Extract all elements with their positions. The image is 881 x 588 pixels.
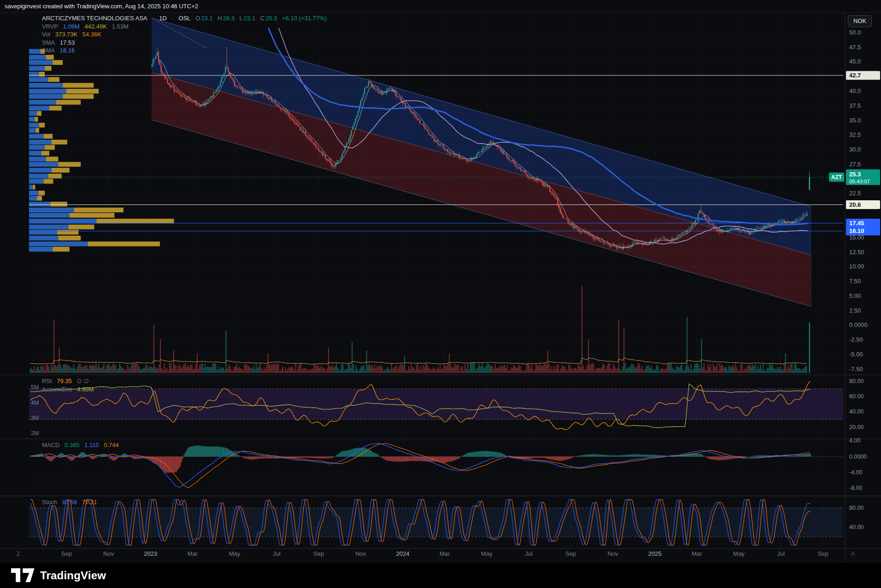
svg-text:05:43:07: 05:43:07 — [849, 179, 870, 184]
svg-text:Sep: Sep — [61, 550, 72, 557]
svg-text:AZT: AZT — [831, 174, 842, 180]
attribution-text: savepiginvest created with TradingView.c… — [5, 3, 198, 10]
svg-text:Jul: Jul — [525, 550, 533, 557]
price-tick: 35.0 — [849, 117, 861, 124]
price-tick: 40.0 — [849, 87, 861, 94]
tradingview-logo-icon — [11, 568, 35, 582]
price-tick: 5.00 — [849, 292, 861, 299]
price-tick: 0.0000 — [849, 321, 868, 328]
svg-text:2025: 2025 — [648, 550, 662, 557]
stoch-d-value: 70.31 — [82, 499, 97, 506]
rsi-extra: ∅ ∅ — [76, 378, 88, 384]
svg-text:5M: 5M — [31, 384, 39, 390]
interval-label: 1D — [159, 15, 167, 22]
sma1-label: SMA — [42, 39, 55, 46]
price-tick: 2.50 — [849, 307, 861, 314]
svg-text:25.3: 25.3 — [849, 171, 861, 178]
price-tick: 45.0 — [849, 58, 861, 65]
svg-text:80.00: 80.00 — [849, 378, 863, 384]
ohlc-low: L23.1 — [240, 15, 256, 22]
vrvp-label: VRVP — [42, 23, 58, 30]
price-tick: 37.5 — [849, 102, 861, 109]
svg-text:Nov: Nov — [355, 550, 366, 557]
price-tick: 32.5 — [849, 131, 861, 138]
svg-text:20.00: 20.00 — [849, 424, 863, 431]
svg-text:0.0000: 0.0000 — [849, 454, 867, 460]
svg-text:Nov: Nov — [103, 550, 114, 557]
ohlc-high: H26.3 — [217, 15, 235, 22]
macd-label: MACD — [42, 442, 59, 448]
tradingview-snapshot: savepiginvest created with TradingView.c… — [0, 0, 881, 588]
sma2-legend-row[interactable]: SMA 16.16 — [42, 47, 330, 55]
symbol-legend-row[interactable]: ARCTICZYMES TECHNOLOGIES ASA · 1D · OSL … — [42, 14, 330, 23]
svg-text:-8.00: -8.00 — [849, 485, 863, 491]
vol-value-1: 373.73K — [55, 31, 77, 38]
svg-text:20.6: 20.6 — [849, 201, 861, 208]
svg-text:-4.00: -4.00 — [849, 469, 863, 476]
vol-value-2: 54.36K — [82, 31, 101, 38]
sma2-label: SMA — [42, 47, 55, 54]
rsi-label: RSI — [42, 378, 52, 384]
currency-button[interactable]: NOK — [848, 15, 872, 27]
svg-text:Jul: Jul — [273, 550, 281, 557]
svg-text:May: May — [481, 550, 493, 557]
sma1-value: 17.53 — [60, 39, 75, 46]
vrvp-value-1: 1.09M — [63, 23, 80, 30]
attribution-bar: savepiginvest created with TradingView.c… — [0, 0, 881, 12]
footer-brand-bar[interactable]: TradingView — [0, 563, 881, 588]
svg-text:3M: 3M — [31, 415, 39, 421]
corner-hint-right: A — [851, 551, 855, 557]
svg-text:4.00: 4.00 — [849, 437, 860, 444]
svg-text:Nov: Nov — [607, 550, 618, 557]
vrvp-value-2: 442.49K — [85, 23, 107, 30]
macd-hist-value: 0.365 — [65, 442, 80, 448]
svg-text:2023: 2023 — [144, 550, 157, 557]
sma1-legend-row[interactable]: SMA 17.53 — [42, 39, 330, 47]
change-label: +6.10 (+31.77%) — [282, 15, 327, 22]
macd-signal-value: 0.744 — [104, 442, 119, 448]
svg-text:Sep: Sep — [565, 550, 576, 557]
legend-separator: · — [172, 15, 174, 22]
accum-dist-label: Accum/Dist — [42, 386, 72, 393]
price-tick: 7.50 — [849, 278, 861, 285]
rsi-value: 79.35 — [57, 378, 72, 384]
ohlc-open: O23.1 — [195, 15, 212, 22]
stoch-legend-row[interactable]: Stoch 87.58 70.31 — [42, 498, 100, 506]
svg-text:2024: 2024 — [396, 550, 410, 557]
volume-legend-row[interactable]: Vol 373.73K 54.36K — [42, 30, 330, 39]
vrvp-value-3: 1.53M — [112, 23, 129, 30]
svg-text:Mar: Mar — [440, 550, 450, 557]
legend-separator: · — [152, 15, 154, 22]
brand-wordmark: TradingView — [40, 569, 106, 582]
svg-text:May: May — [229, 550, 241, 557]
svg-text:Sep: Sep — [313, 550, 324, 557]
svg-text:Jul: Jul — [777, 550, 785, 557]
main-legend: ARCTICZYMES TECHNOLOGIES ASA · 1D · OSL … — [42, 14, 330, 55]
rsi-legend-row[interactable]: RSI 79.35 ∅ ∅ — [42, 377, 97, 385]
svg-text:17.45: 17.45 — [849, 220, 864, 227]
svg-text:Sep: Sep — [817, 550, 828, 557]
stoch-legend: Stoch 87.58 70.31 — [42, 498, 100, 506]
accum-dist-legend-row[interactable]: Accum/Dist 4.88M — [42, 385, 97, 394]
price-tick: -7.50 — [849, 366, 863, 373]
rsi-legend: RSI 79.35 ∅ ∅ Accum/Dist 4.88M — [42, 377, 97, 393]
ohlc-close: C25.3 — [260, 15, 277, 22]
svg-text:2M: 2M — [31, 430, 39, 437]
svg-text:40.00: 40.00 — [849, 408, 863, 415]
exchange-label: OSL — [179, 15, 191, 22]
price-tick: 10.00 — [849, 263, 864, 270]
macd-legend-row[interactable]: MACD 0.365 1.110 0.744 — [42, 441, 122, 449]
price-tick: 47.5 — [849, 44, 861, 51]
rsi-band — [29, 389, 843, 419]
price-tick: -5.00 — [849, 351, 863, 358]
accum-dist-value: 4.88M — [77, 386, 94, 393]
price-tick: -2.50 — [849, 336, 863, 343]
price-tick: 12.50 — [849, 249, 864, 256]
symbol-title: ARCTICZYMES TECHNOLOGIES ASA — [42, 15, 147, 22]
svg-text:16.10: 16.10 — [849, 227, 864, 234]
sma2-value: 16.16 — [60, 47, 75, 54]
chart-canvas: 50.047.545.040.037.535.032.530.027.522.5… — [0, 0, 881, 588]
corner-hint-left: Z — [17, 551, 20, 557]
vrvp-legend-row[interactable]: VRVP 1.09M 442.49K 1.53M — [42, 23, 330, 31]
macd-line — [30, 443, 810, 487]
